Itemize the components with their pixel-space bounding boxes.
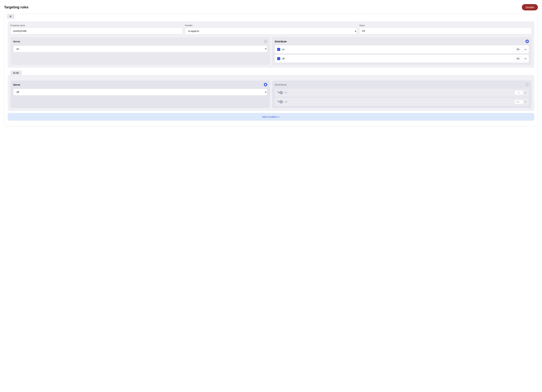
value-field: Value	[359, 24, 531, 34]
if-serve-header: Serve	[13, 40, 267, 43]
handler-field: Handler Is equal to Is not equal to Cont…	[185, 24, 357, 34]
if-off-percent-sign: %	[524, 57, 526, 60]
if-off-label: off	[282, 57, 515, 60]
else-serve-header: Serve	[13, 83, 267, 86]
if-distribute-box: Distribute on % off %	[272, 37, 531, 65]
if-card: IF Property name Handler Is equal to Is …	[4, 14, 538, 126]
else-serve-title: Serve	[13, 83, 20, 86]
if-serve-title: Serve	[13, 40, 20, 43]
else-serve-box: Serve on off	[11, 81, 270, 108]
else-on-percent-sign: %	[524, 91, 526, 94]
else-distribute-radio[interactable]	[526, 83, 529, 86]
if-distribute-title: Distribute	[275, 40, 287, 43]
else-on-label: on	[284, 91, 515, 94]
if-on-swatch	[277, 48, 280, 51]
property-name-field: Property name	[11, 24, 183, 34]
else-serve-distribute: Serve on off Distribute	[11, 81, 531, 108]
value-label: Value	[359, 24, 531, 27]
if-tab: IF	[7, 14, 15, 19]
else-off-percent-sign: %	[524, 101, 526, 103]
else-off-percent[interactable]	[515, 100, 523, 104]
else-on-percent[interactable]	[515, 90, 523, 95]
else-tab: ELSE	[11, 71, 22, 75]
else-distribute-item-on: "> on %	[275, 89, 529, 97]
else-off-label: off	[284, 100, 515, 103]
if-distribute-radio[interactable]	[526, 40, 529, 43]
handler-label: Handler	[185, 24, 357, 27]
else-off-swatch	[280, 100, 283, 103]
condition-fields: Property name Handler Is equal to Is not…	[11, 24, 531, 34]
else-serve-radio[interactable]	[264, 83, 267, 86]
if-distribute-item-on: on %	[275, 45, 529, 53]
page-title: Targeting rules	[4, 5, 28, 9]
add-condition-button[interactable]: Add condition +	[8, 113, 534, 121]
else-distribute-item-off: "> off %	[275, 98, 529, 106]
page-header: Targeting rules Disable	[4, 4, 538, 11]
if-off-percent[interactable]	[515, 56, 523, 61]
if-serve-box: Serve on off	[11, 37, 270, 65]
if-on-percent[interactable]	[515, 47, 523, 52]
else-distribute-title: Distribute	[275, 83, 287, 86]
if-distribute-item-off: off %	[275, 55, 529, 63]
if-off-swatch	[277, 57, 280, 60]
else-distribute-box: Distribute "> on % ">	[272, 81, 531, 108]
if-section: Property name Handler Is equal to Is not…	[8, 21, 534, 68]
else-section-wrapper: ELSE Serve on off	[8, 71, 534, 111]
else-serve-select[interactable]: on off	[13, 89, 267, 96]
property-name-input[interactable]	[11, 28, 183, 34]
if-on-label: on	[282, 48, 515, 51]
disable-button[interactable]: Disable	[522, 4, 538, 11]
property-name-label: Property name	[11, 24, 183, 27]
else-on-swatch	[280, 91, 283, 94]
if-serve-radio[interactable]	[264, 40, 267, 43]
if-distribute-header: Distribute	[275, 40, 529, 43]
if-on-percent-sign: %	[524, 48, 526, 51]
else-section: Serve on off Distribute	[8, 75, 534, 111]
value-input[interactable]	[359, 28, 531, 34]
if-serve-select[interactable]: on off	[13, 45, 267, 52]
if-serve-distribute: Serve on off Distribute	[11, 37, 531, 65]
else-distribute-header: Distribute	[275, 83, 529, 86]
handler-select[interactable]: Is equal to Is not equal to Contains Doe…	[185, 28, 357, 34]
